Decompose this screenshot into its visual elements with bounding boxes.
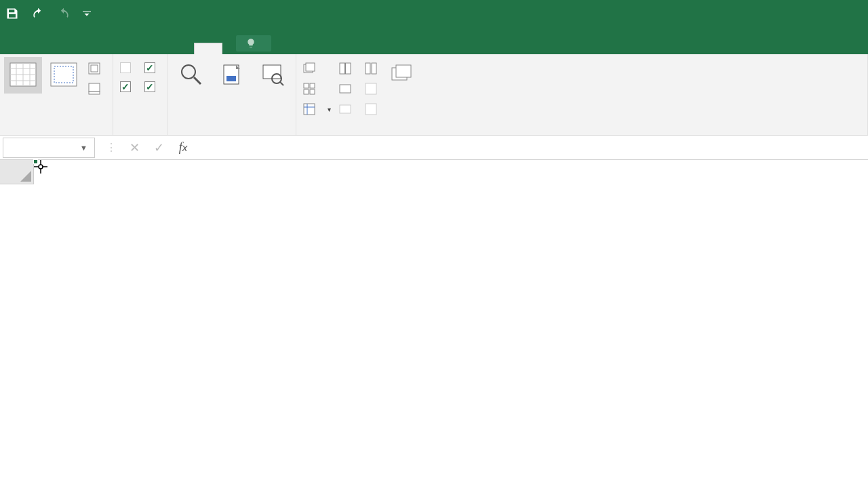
normal-view-icon xyxy=(8,60,38,89)
ribbon: ✓ ✓ ✓ xyxy=(0,54,868,136)
ruler-checkbox xyxy=(117,61,139,75)
group-workbook-views xyxy=(0,54,113,135)
svg-rect-12 xyxy=(89,92,100,94)
title-bar xyxy=(0,0,868,27)
spreadsheet-grid xyxy=(0,160,868,184)
fx-icon[interactable]: fx xyxy=(176,141,190,155)
arrange-icon xyxy=(303,83,315,95)
group-window: ▾ xyxy=(296,54,868,135)
quick-access-toolbar xyxy=(5,7,91,20)
svg-rect-35 xyxy=(366,83,376,94)
tab-review[interactable] xyxy=(167,43,194,54)
headings-checkbox[interactable]: ✓ xyxy=(142,80,163,94)
svg-point-13 xyxy=(182,65,195,79)
svg-rect-24 xyxy=(304,89,309,94)
zoom-100-button[interactable] xyxy=(213,57,251,94)
arrange-all-button[interactable] xyxy=(300,81,334,96)
hide-button[interactable] xyxy=(336,81,359,96)
svg-point-43 xyxy=(39,165,43,169)
group-show: ✓ ✓ ✓ xyxy=(113,54,168,135)
formula-bar: ▼ ⋮ ✕ ✓ fx xyxy=(0,136,868,160)
save-icon[interactable] xyxy=(5,7,19,20)
freeze-icon xyxy=(303,103,315,115)
split-button[interactable] xyxy=(336,61,359,76)
custom-views-button[interactable] xyxy=(85,81,108,96)
normal-view-button[interactable] xyxy=(4,57,42,94)
reset-window-icon xyxy=(365,103,377,115)
freeze-panes-button[interactable]: ▾ xyxy=(300,102,334,117)
switch-windows-button[interactable] xyxy=(382,57,420,92)
side-by-side-icon xyxy=(365,62,377,75)
pagebreak-icon xyxy=(49,60,79,89)
formulabar-checkbox[interactable]: ✓ xyxy=(142,61,163,75)
unhide-icon xyxy=(339,103,351,115)
tab-file[interactable] xyxy=(7,43,31,54)
hide-icon xyxy=(339,83,351,95)
sync-scroll-icon xyxy=(365,83,377,95)
svg-rect-9 xyxy=(89,63,100,74)
tab-view[interactable] xyxy=(194,43,222,54)
namebox-dropdown-icon[interactable]: ▼ xyxy=(80,144,87,152)
pagelayout-view-button[interactable] xyxy=(85,61,108,76)
gridlines-checkbox[interactable]: ✓ xyxy=(117,80,139,94)
svg-rect-16 xyxy=(226,76,236,81)
svg-rect-25 xyxy=(310,89,315,94)
svg-rect-26 xyxy=(304,104,315,115)
svg-rect-23 xyxy=(310,83,315,88)
qat-customize-icon[interactable] xyxy=(83,7,91,20)
zoom-icon xyxy=(176,60,206,89)
svg-rect-38 xyxy=(396,65,411,77)
svg-rect-11 xyxy=(89,83,100,92)
svg-line-14 xyxy=(194,77,201,84)
group-zoom xyxy=(168,54,296,135)
svg-rect-36 xyxy=(366,104,376,115)
side-by-side-button[interactable] xyxy=(362,61,380,76)
svg-rect-34 xyxy=(372,63,376,74)
custom-views-icon xyxy=(88,83,100,95)
fb-divider-icon: ⋮ xyxy=(106,141,117,154)
pagebreak-preview-button[interactable] xyxy=(45,57,83,94)
zoom-100-icon xyxy=(217,60,247,89)
redo-icon[interactable] xyxy=(57,7,71,20)
tab-pagelayout[interactable] xyxy=(85,43,113,54)
lightbulb-icon xyxy=(245,38,256,49)
svg-rect-21 xyxy=(306,63,315,71)
new-window-button[interactable] xyxy=(300,61,334,76)
tell-me-box[interactable] xyxy=(236,35,271,52)
split-icon xyxy=(339,62,351,75)
enter-icon: ✓ xyxy=(152,141,165,155)
ribbon-tabs xyxy=(0,27,868,54)
cancel-icon: ✕ xyxy=(127,141,141,155)
tab-insert[interactable] xyxy=(58,43,85,54)
undo-icon[interactable] xyxy=(31,7,45,20)
tab-formulas[interactable] xyxy=(113,43,140,54)
svg-rect-32 xyxy=(340,105,351,113)
zoom-button[interactable] xyxy=(172,57,210,94)
pagelayout-icon xyxy=(88,62,100,75)
fill-handle[interactable] xyxy=(33,159,38,164)
active-cell-selection xyxy=(34,160,37,163)
svg-rect-22 xyxy=(304,83,309,88)
svg-line-19 xyxy=(280,82,283,85)
tab-start[interactable] xyxy=(31,43,58,54)
select-all-corner[interactable] xyxy=(0,160,34,184)
new-window-icon xyxy=(303,62,315,75)
tab-data[interactable] xyxy=(140,43,167,54)
name-box[interactable]: ▼ xyxy=(3,138,95,158)
switch-windows-icon xyxy=(387,60,416,89)
zoom-selection-button[interactable] xyxy=(254,57,292,92)
reset-window-button xyxy=(362,102,380,117)
svg-rect-31 xyxy=(340,85,351,93)
zoom-selection-icon xyxy=(258,60,288,89)
unhide-button xyxy=(336,102,359,117)
sync-scroll-button xyxy=(362,81,380,96)
svg-rect-33 xyxy=(366,63,370,74)
cell-cursor-icon xyxy=(34,160,47,174)
